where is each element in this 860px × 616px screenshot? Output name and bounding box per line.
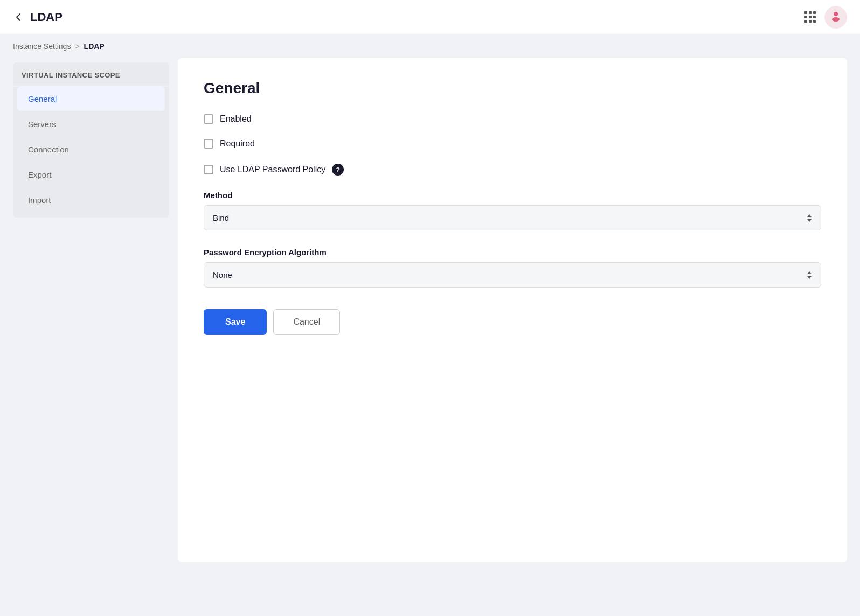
required-checkbox[interactable] — [204, 139, 213, 149]
header-right — [804, 6, 847, 29]
method-select[interactable]: Bind Password — [204, 205, 821, 230]
header-left: LDAP — [13, 10, 63, 24]
content-panel: General Enabled Required Use LDAP Passwo… — [178, 58, 847, 562]
required-label: Required — [220, 139, 255, 149]
sidebar-item-general[interactable]: General — [17, 87, 165, 111]
breadcrumb: Instance Settings > LDAP — [0, 34, 860, 58]
header: LDAP — [0, 0, 860, 34]
action-buttons: Save Cancel — [204, 309, 821, 335]
grid-icon[interactable] — [804, 11, 816, 23]
save-button[interactable]: Save — [204, 309, 267, 335]
sidebar-section-label: VIRTUAL INSTANCE SCOPE — [13, 62, 169, 86]
ldap-password-policy-row: Use LDAP Password Policy ? — [204, 164, 821, 176]
password-encryption-label: Password Encryption Algorithm — [204, 248, 821, 257]
main-layout: VIRTUAL INSTANCE SCOPE General Servers C… — [0, 58, 860, 575]
avatar[interactable] — [824, 6, 847, 29]
breadcrumb-parent[interactable]: Instance Settings — [13, 42, 71, 51]
page-title: LDAP — [30, 10, 63, 24]
enabled-checkbox[interactable] — [204, 114, 213, 124]
cancel-button[interactable]: Cancel — [273, 309, 340, 335]
sidebar-nav: General Servers Connection Export Import — [13, 87, 169, 218]
sidebar-item-connection[interactable]: Connection — [17, 137, 165, 162]
ldap-password-policy-help-icon[interactable]: ? — [332, 164, 344, 176]
svg-point-1 — [832, 17, 840, 22]
enabled-row: Enabled — [204, 114, 821, 124]
method-group: Method Bind Password — [204, 191, 821, 230]
required-row: Required — [204, 139, 821, 149]
breadcrumb-separator: > — [75, 42, 79, 51]
sidebar-item-import[interactable]: Import — [17, 188, 165, 212]
breadcrumb-current: LDAP — [84, 42, 105, 51]
sidebar-item-export[interactable]: Export — [17, 163, 165, 187]
ldap-password-policy-checkbox[interactable] — [204, 165, 213, 174]
sidebar-item-servers[interactable]: Servers — [17, 112, 165, 136]
section-title: General — [204, 80, 821, 97]
user-icon — [830, 10, 842, 24]
back-button[interactable] — [13, 12, 24, 23]
method-label: Method — [204, 191, 821, 200]
svg-point-0 — [834, 12, 838, 16]
sidebar: VIRTUAL INSTANCE SCOPE General Servers C… — [13, 58, 169, 562]
ldap-password-policy-label: Use LDAP Password Policy — [220, 165, 325, 174]
password-encryption-group: Password Encryption Algorithm None MD5 S… — [204, 248, 821, 288]
password-encryption-select[interactable]: None MD5 SHA SHA-256 SHA-512 — [204, 262, 821, 288]
enabled-label: Enabled — [220, 114, 252, 124]
